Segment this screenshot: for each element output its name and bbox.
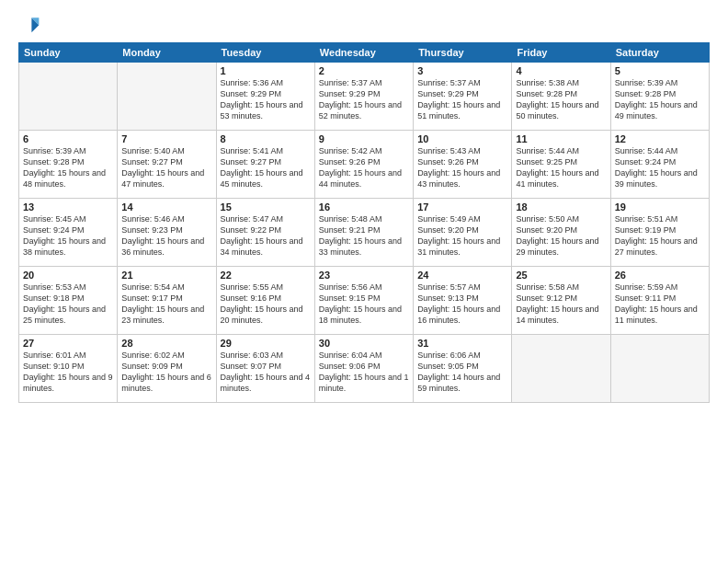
day-number: 23 xyxy=(319,270,409,281)
day-info: Sunrise: 5:50 AM Sunset: 9:20 PM Dayligh… xyxy=(516,213,606,259)
day-info: Sunrise: 6:04 AM Sunset: 9:06 PM Dayligh… xyxy=(319,350,409,395)
weekday-header: Tuesday xyxy=(216,43,314,63)
day-info: Sunrise: 5:40 AM Sunset: 9:27 PM Dayligh… xyxy=(121,145,211,190)
day-info: Sunrise: 6:06 AM Sunset: 9:05 PM Dayligh… xyxy=(417,350,507,395)
calendar-cell xyxy=(19,63,118,131)
calendar-cell: 24Sunrise: 5:57 AM Sunset: 9:13 PM Dayli… xyxy=(414,267,512,335)
calendar-week-row: 27Sunrise: 6:01 AM Sunset: 9:10 PM Dayli… xyxy=(19,335,710,403)
day-number: 10 xyxy=(417,133,507,144)
calendar-cell: 30Sunrise: 6:04 AM Sunset: 9:06 PM Dayli… xyxy=(314,335,413,403)
calendar-cell: 25Sunrise: 5:58 AM Sunset: 9:12 PM Dayli… xyxy=(512,267,610,335)
calendar-cell: 28Sunrise: 6:02 AM Sunset: 9:09 PM Dayli… xyxy=(118,335,216,403)
day-info: Sunrise: 5:48 AM Sunset: 9:21 PM Dayligh… xyxy=(319,213,409,259)
calendar-cell xyxy=(610,335,709,403)
day-info: Sunrise: 5:39 AM Sunset: 9:28 PM Dayligh… xyxy=(23,145,113,190)
calendar-cell: 19Sunrise: 5:51 AM Sunset: 9:19 PM Dayli… xyxy=(610,199,709,267)
day-number: 22 xyxy=(221,270,311,281)
calendar-cell: 29Sunrise: 6:03 AM Sunset: 9:07 PM Dayli… xyxy=(216,335,314,403)
calendar-cell: 15Sunrise: 5:47 AM Sunset: 9:22 PM Dayli… xyxy=(216,199,314,267)
day-info: Sunrise: 5:42 AM Sunset: 9:26 PM Dayligh… xyxy=(319,145,409,190)
calendar-cell xyxy=(118,63,216,131)
day-number: 7 xyxy=(121,133,211,144)
calendar-cell: 3Sunrise: 5:37 AM Sunset: 9:29 PM Daylig… xyxy=(414,63,512,131)
day-number: 13 xyxy=(23,201,113,213)
day-info: Sunrise: 5:44 AM Sunset: 9:25 PM Dayligh… xyxy=(516,145,606,190)
day-number: 18 xyxy=(516,201,606,213)
day-info: Sunrise: 5:36 AM Sunset: 9:29 PM Dayligh… xyxy=(221,77,311,122)
day-number: 14 xyxy=(121,201,211,213)
day-info: Sunrise: 5:56 AM Sunset: 9:15 PM Dayligh… xyxy=(319,282,409,327)
calendar-cell: 10Sunrise: 5:43 AM Sunset: 9:26 PM Dayli… xyxy=(414,131,512,199)
day-info: Sunrise: 5:43 AM Sunset: 9:26 PM Dayligh… xyxy=(417,145,507,190)
day-info: Sunrise: 5:49 AM Sunset: 9:20 PM Dayligh… xyxy=(417,213,507,259)
day-info: Sunrise: 5:47 AM Sunset: 9:22 PM Dayligh… xyxy=(221,213,311,259)
day-info: Sunrise: 6:02 AM Sunset: 9:09 PM Dayligh… xyxy=(121,350,211,395)
calendar-cell: 31Sunrise: 6:06 AM Sunset: 9:05 PM Dayli… xyxy=(414,335,512,403)
calendar-cell: 8Sunrise: 5:41 AM Sunset: 9:27 PM Daylig… xyxy=(216,131,314,199)
calendar-cell: 16Sunrise: 5:48 AM Sunset: 9:21 PM Dayli… xyxy=(314,199,413,267)
day-info: Sunrise: 5:37 AM Sunset: 9:29 PM Dayligh… xyxy=(319,77,409,122)
calendar-cell: 22Sunrise: 5:55 AM Sunset: 9:16 PM Dayli… xyxy=(216,267,314,335)
day-info: Sunrise: 5:44 AM Sunset: 9:24 PM Dayligh… xyxy=(615,145,705,190)
logo xyxy=(18,15,44,37)
day-number: 26 xyxy=(615,270,705,281)
calendar-cell: 17Sunrise: 5:49 AM Sunset: 9:20 PM Dayli… xyxy=(414,199,512,267)
day-number: 2 xyxy=(319,65,409,76)
day-info: Sunrise: 5:46 AM Sunset: 9:23 PM Dayligh… xyxy=(121,213,211,259)
day-number: 29 xyxy=(221,338,311,349)
calendar: SundayMondayTuesdayWednesdayThursdayFrid… xyxy=(18,42,710,403)
calendar-cell: 13Sunrise: 5:45 AM Sunset: 9:24 PM Dayli… xyxy=(19,199,118,267)
day-info: Sunrise: 5:45 AM Sunset: 9:24 PM Dayligh… xyxy=(23,213,113,259)
calendar-cell: 2Sunrise: 5:37 AM Sunset: 9:29 PM Daylig… xyxy=(314,63,413,131)
day-number: 8 xyxy=(221,133,311,144)
day-info: Sunrise: 5:53 AM Sunset: 9:18 PM Dayligh… xyxy=(23,282,113,327)
weekday-header: Friday xyxy=(512,43,610,63)
header xyxy=(18,15,710,37)
weekday-header: Thursday xyxy=(414,43,512,63)
day-number: 4 xyxy=(516,65,606,76)
day-info: Sunrise: 5:38 AM Sunset: 9:28 PM Dayligh… xyxy=(516,77,606,122)
day-info: Sunrise: 5:58 AM Sunset: 9:12 PM Dayligh… xyxy=(516,282,606,327)
day-number: 27 xyxy=(23,338,113,349)
day-number: 16 xyxy=(319,201,409,213)
calendar-cell: 11Sunrise: 5:44 AM Sunset: 9:25 PM Dayli… xyxy=(512,131,610,199)
day-info: Sunrise: 5:55 AM Sunset: 9:16 PM Dayligh… xyxy=(221,282,311,327)
day-number: 12 xyxy=(615,133,705,144)
day-info: Sunrise: 5:57 AM Sunset: 9:13 PM Dayligh… xyxy=(417,282,507,327)
weekday-header: Sunday xyxy=(19,43,118,63)
day-info: Sunrise: 6:01 AM Sunset: 9:10 PM Dayligh… xyxy=(23,350,113,395)
day-number: 6 xyxy=(23,133,113,144)
day-number: 25 xyxy=(516,270,606,281)
weekday-header: Monday xyxy=(118,43,216,63)
calendar-cell: 4Sunrise: 5:38 AM Sunset: 9:28 PM Daylig… xyxy=(512,63,610,131)
day-info: Sunrise: 5:51 AM Sunset: 9:19 PM Dayligh… xyxy=(615,213,705,259)
day-info: Sunrise: 5:37 AM Sunset: 9:29 PM Dayligh… xyxy=(417,77,507,122)
calendar-cell: 1Sunrise: 5:36 AM Sunset: 9:29 PM Daylig… xyxy=(216,63,314,131)
day-number: 21 xyxy=(121,270,211,281)
calendar-week-row: 13Sunrise: 5:45 AM Sunset: 9:24 PM Dayli… xyxy=(19,199,710,267)
calendar-cell: 7Sunrise: 5:40 AM Sunset: 9:27 PM Daylig… xyxy=(118,131,216,199)
calendar-week-row: 6Sunrise: 5:39 AM Sunset: 9:28 PM Daylig… xyxy=(19,131,710,199)
day-number: 19 xyxy=(615,201,705,213)
weekday-header: Saturday xyxy=(610,43,709,63)
day-number: 9 xyxy=(319,133,409,144)
weekday-header: Wednesday xyxy=(314,43,413,63)
calendar-cell: 23Sunrise: 5:56 AM Sunset: 9:15 PM Dayli… xyxy=(314,267,413,335)
day-number: 15 xyxy=(221,201,311,213)
calendar-cell: 9Sunrise: 5:42 AM Sunset: 9:26 PM Daylig… xyxy=(314,131,413,199)
calendar-cell xyxy=(512,335,610,403)
calendar-cell: 14Sunrise: 5:46 AM Sunset: 9:23 PM Dayli… xyxy=(118,199,216,267)
day-number: 5 xyxy=(615,65,705,76)
calendar-cell: 27Sunrise: 6:01 AM Sunset: 9:10 PM Dayli… xyxy=(19,335,118,403)
calendar-cell: 5Sunrise: 5:39 AM Sunset: 9:28 PM Daylig… xyxy=(610,63,709,131)
calendar-week-row: 20Sunrise: 5:53 AM Sunset: 9:18 PM Dayli… xyxy=(19,267,710,335)
day-number: 24 xyxy=(417,270,507,281)
day-info: Sunrise: 6:03 AM Sunset: 9:07 PM Dayligh… xyxy=(221,350,311,395)
day-number: 11 xyxy=(516,133,606,144)
day-number: 31 xyxy=(417,338,507,349)
calendar-cell: 26Sunrise: 5:59 AM Sunset: 9:11 PM Dayli… xyxy=(610,267,709,335)
day-number: 3 xyxy=(417,65,507,76)
day-number: 17 xyxy=(417,201,507,213)
calendar-week-row: 1Sunrise: 5:36 AM Sunset: 9:29 PM Daylig… xyxy=(19,63,710,131)
weekday-header-row: SundayMondayTuesdayWednesdayThursdayFrid… xyxy=(19,43,710,63)
